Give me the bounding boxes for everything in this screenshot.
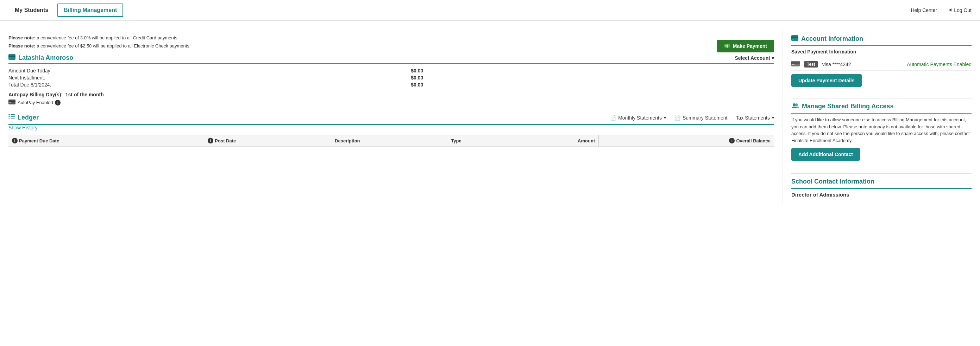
left-panel: Please note: a convenience fee of 3.0% w… bbox=[0, 30, 783, 205]
total-due-value: $0.00 bbox=[411, 82, 774, 87]
select-account-label: Select Account bbox=[735, 55, 770, 61]
svg-rect-11 bbox=[11, 119, 15, 119]
student-name: Latashia Amoroso bbox=[8, 54, 73, 62]
top-navigation: My Students Billing Management Help Cent… bbox=[0, 0, 980, 21]
show-history-link[interactable]: Show History bbox=[8, 125, 37, 130]
ledger-header: Ledger 📄 Monthly Statements ▾ 📄 Summary … bbox=[8, 114, 774, 125]
svg-point-18 bbox=[793, 103, 795, 106]
amount-due-label: Amount Due Today: bbox=[8, 68, 402, 73]
svg-rect-10 bbox=[8, 119, 10, 119]
ledger-title: Ledger bbox=[8, 114, 601, 121]
make-payment-button[interactable]: 💵 Make Payment bbox=[717, 40, 774, 52]
autopay-day-label: Autopay Billing Day(s): bbox=[8, 92, 63, 97]
col-post-date: i Post Date bbox=[204, 135, 331, 147]
svg-rect-1 bbox=[8, 56, 16, 57]
summary-statement-icon: 📄 bbox=[675, 115, 681, 121]
payment-info-grid: Amount Due Today: $0.00 Next Installment… bbox=[8, 68, 774, 87]
svg-rect-16 bbox=[791, 62, 800, 63]
update-payment-details-button[interactable]: Update Payment Details bbox=[791, 74, 862, 87]
tax-statements-label: Tax Statements bbox=[736, 115, 770, 121]
payment-icon: 💵 bbox=[724, 43, 730, 49]
col-amount: Amount bbox=[511, 135, 599, 147]
director-title: Director of Admissions bbox=[791, 192, 972, 198]
autopay-info-icon[interactable]: i bbox=[55, 100, 60, 105]
tax-statements-arrow: ▾ bbox=[772, 115, 774, 120]
payment-section: 💵 Make Payment Amount Due Today: $0.00 N… bbox=[8, 68, 774, 105]
tax-statements-dropdown[interactable]: Tax Statements ▾ bbox=[736, 115, 775, 121]
note-echeck: Please note: a convenience fee of $2.50 … bbox=[8, 43, 774, 49]
saved-payment-label: Saved Payment Information bbox=[791, 49, 972, 54]
col-overall-balance-icon[interactable]: i bbox=[729, 138, 735, 143]
test-badge: Test bbox=[804, 61, 818, 68]
svg-rect-6 bbox=[8, 114, 10, 115]
svg-rect-4 bbox=[8, 100, 16, 102]
col-type: Type bbox=[447, 135, 510, 147]
col-type-label: Type bbox=[451, 138, 461, 143]
school-contact-title: School Contact Information bbox=[791, 178, 972, 189]
student-name-text: Latashia Amoroso bbox=[18, 54, 73, 62]
svg-rect-17 bbox=[792, 64, 794, 65]
payment-card-info: visa ****4242 bbox=[822, 62, 851, 67]
manage-billing-section: Manage Shared Billing Access If you woul… bbox=[791, 103, 972, 168]
school-contact-section: School Contact Information Director of A… bbox=[791, 178, 972, 198]
note-credit-card: Please note: a convenience fee of 3.0% w… bbox=[8, 35, 774, 40]
col-overall-balance-label: Overall Balance bbox=[736, 138, 770, 143]
logout-label: Log Out bbox=[954, 7, 972, 13]
manage-billing-description: If you would like to allow someone else … bbox=[791, 116, 972, 144]
monthly-statements-dropdown[interactable]: 📄 Monthly Statements ▾ bbox=[610, 115, 666, 121]
monthly-statements-arrow: ▾ bbox=[664, 115, 666, 120]
col-payment-due-date-icon[interactable]: i bbox=[12, 138, 18, 143]
svg-rect-8 bbox=[8, 116, 10, 117]
col-description-label: Description bbox=[335, 138, 360, 143]
account-info-title: Account Information bbox=[791, 35, 972, 46]
svg-rect-9 bbox=[11, 116, 15, 117]
add-additional-contact-button[interactable]: Add Additional Contact bbox=[791, 148, 860, 161]
saved-payment-card-icon bbox=[791, 61, 800, 68]
tab-billing-management[interactable]: Billing Management bbox=[57, 3, 123, 17]
ledger-list-icon bbox=[8, 114, 15, 121]
svg-rect-14 bbox=[792, 39, 794, 40]
svg-point-19 bbox=[795, 103, 798, 106]
col-post-date-icon[interactable]: i bbox=[208, 138, 213, 143]
note-echeck-text: a convenience fee of $2.50 will be appli… bbox=[37, 43, 191, 49]
autopay-section: Autopay Billing Day(s): 1st of the month… bbox=[8, 92, 774, 105]
col-payment-due-date: i Payment Due Date bbox=[8, 135, 204, 147]
automatic-payments-label: Automatic Payments Enabled bbox=[907, 62, 972, 67]
main-container: Please note: a convenience fee of 3.0% w… bbox=[0, 30, 980, 205]
select-account-dropdown[interactable]: Select Account ▾ bbox=[735, 55, 774, 61]
col-description: Description bbox=[331, 135, 447, 147]
summary-statement-label: Summary Statement bbox=[682, 115, 728, 121]
ledger-table: i Payment Due Date i Post Date Descripti… bbox=[8, 135, 774, 147]
amount-due-value: $0.00 bbox=[411, 68, 774, 73]
right-panel: Account Information Saved Payment Inform… bbox=[783, 30, 980, 205]
student-header: Latashia Amoroso Select Account ▾ bbox=[8, 54, 774, 63]
note-credit-card-label: Please note: bbox=[8, 35, 35, 40]
nav-tabs: My Students Billing Management bbox=[8, 3, 123, 17]
nav-right-links: Help Center ➤ Log Out bbox=[911, 7, 972, 13]
manage-billing-title: Manage Shared Billing Access bbox=[791, 103, 972, 114]
svg-rect-5 bbox=[9, 102, 11, 103]
next-installment-label: Next Installment: bbox=[8, 75, 402, 81]
col-amount-label: Amount bbox=[578, 138, 595, 143]
credit-card-icon bbox=[8, 54, 16, 62]
make-payment-label: Make Payment bbox=[733, 43, 767, 49]
col-payment-due-date-label: Payment Due Date bbox=[19, 138, 59, 143]
logout-icon: ➤ bbox=[948, 7, 953, 13]
autopay-day-value: 1st of the month bbox=[65, 92, 104, 97]
saved-payment-row: Test visa ****4242 Automatic Payments En… bbox=[791, 58, 972, 71]
monthly-statements-label: Monthly Statements bbox=[618, 115, 662, 121]
tab-my-students[interactable]: My Students bbox=[8, 3, 54, 17]
manage-billing-icon bbox=[791, 103, 799, 110]
help-center-link[interactable]: Help Center bbox=[911, 7, 937, 13]
manage-billing-title-text: Manage Shared Billing Access bbox=[802, 103, 893, 110]
autopay-enabled-label: AutoPay Enabled bbox=[18, 100, 53, 105]
school-contact-title-text: School Contact Information bbox=[791, 178, 874, 185]
autopay-enabled-row: AutoPay Enabled i bbox=[8, 100, 774, 105]
autopay-day: Autopay Billing Day(s): 1st of the month bbox=[8, 92, 774, 97]
summary-statement-link[interactable]: 📄 Summary Statement bbox=[675, 115, 728, 121]
col-overall-balance: i Overall Balance bbox=[599, 135, 774, 147]
total-due-label: Total Due 8/1/2024: bbox=[8, 82, 402, 87]
logout-link[interactable]: ➤ Log Out bbox=[948, 7, 972, 13]
note-credit-card-text: a convenience fee of 3.0% will be applie… bbox=[37, 35, 178, 40]
account-info-icon bbox=[791, 35, 799, 43]
